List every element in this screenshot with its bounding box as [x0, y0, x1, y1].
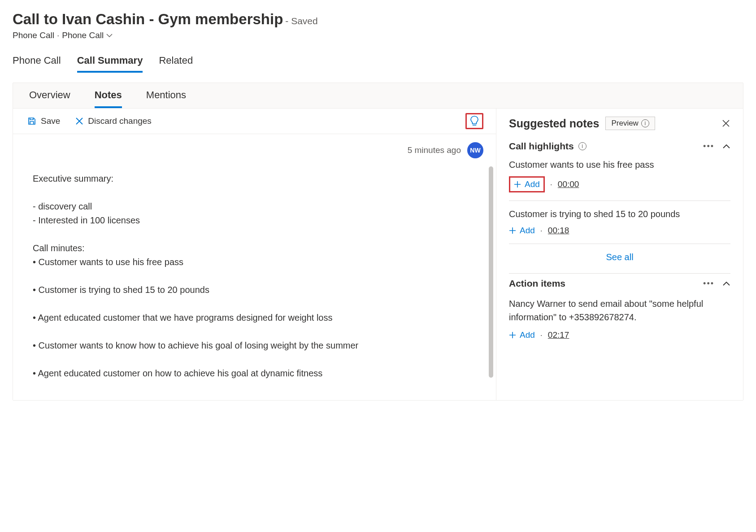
save-icon [27, 117, 36, 126]
record-status: - Saved [285, 16, 317, 26]
tab-call-summary[interactable]: Call Summary [77, 55, 143, 73]
highlight-item: Customer wants to use his free pass Add … [509, 152, 730, 201]
author-avatar[interactable]: NW [467, 142, 483, 158]
notes-meta: 5 minutes ago NW [13, 134, 496, 161]
suggested-title: Suggested notes [509, 117, 599, 130]
close-icon [75, 117, 83, 125]
add-action-button[interactable]: Add [509, 330, 535, 340]
chevron-up-icon [722, 281, 730, 286]
call-highlights-section: Call highlights i ••• Customer wants to … [496, 136, 743, 274]
record-title: Call to Ivan Cashin - Gym membership [13, 11, 283, 27]
suggestions-toggle[interactable] [465, 113, 483, 129]
highlight-timestamp[interactable]: 00:18 [548, 226, 569, 235]
close-panel-button[interactable] [721, 119, 730, 128]
tab-phone-call[interactable]: Phone Call [13, 55, 61, 73]
highlight-text: Customer wants to use his free pass [509, 160, 730, 170]
call-highlights-title: Call highlights [509, 141, 574, 152]
save-label: Save [41, 116, 60, 126]
collapse-button[interactable] [722, 144, 730, 149]
page-header: Call to Ivan Cashin - Gym membership - S… [13, 11, 743, 40]
info-icon: i [641, 119, 649, 127]
discard-label: Discard changes [88, 116, 152, 126]
notes-body[interactable]: Executive summary: - discovery call - In… [26, 161, 489, 391]
notes-timestamp: 5 minutes ago [408, 145, 461, 155]
action-item: Nancy Warner to send email about "some h… [509, 289, 730, 348]
subtab-notes[interactable]: Notes [95, 89, 122, 108]
collapse-button[interactable] [722, 281, 730, 286]
highlight-timestamp[interactable]: 00:00 [558, 179, 579, 189]
plus-icon [509, 227, 516, 234]
summary-subtabs: Overview Notes Mentions [13, 83, 743, 109]
separator: · [550, 180, 552, 189]
preview-label: Preview [611, 119, 638, 128]
see-all-highlights[interactable]: See all [509, 244, 730, 274]
action-item-text: Nancy Warner to send email about "some h… [509, 297, 730, 324]
lightbulb-icon [469, 115, 479, 127]
separator: · [57, 31, 59, 40]
info-icon[interactable]: i [578, 142, 587, 150]
subtab-overview[interactable]: Overview [29, 89, 70, 108]
add-highlight-button[interactable]: Add [509, 176, 545, 192]
add-label: Add [520, 330, 535, 340]
plus-icon [514, 181, 521, 188]
action-items-title: Action items [509, 278, 565, 289]
chevron-down-icon[interactable] [106, 33, 113, 38]
action-items-section: Action items ••• Nancy Warner to send em… [496, 274, 743, 348]
add-highlight-button[interactable]: Add [509, 226, 535, 235]
save-button[interactable]: Save [26, 113, 62, 129]
highlight-item: Customer is trying to shed 15 to 20 poun… [509, 201, 730, 244]
notes-scrollbar[interactable] [489, 166, 493, 378]
notes-toolbar: Save Discard changes [13, 109, 496, 134]
separator: · [540, 331, 543, 340]
subtab-mentions[interactable]: Mentions [146, 89, 186, 108]
breadcrumb: Phone Call · Phone Call [13, 31, 743, 40]
notes-column: Save Discard changes 5 minutes ago NW E [13, 109, 496, 400]
separator: · [540, 226, 543, 235]
plus-icon [509, 331, 516, 339]
tab-related[interactable]: Related [159, 55, 193, 73]
add-label: Add [520, 226, 535, 235]
chevron-up-icon [722, 144, 730, 149]
content-panel: Overview Notes Mentions Save Discard cha… [13, 83, 743, 401]
form-selector[interactable]: Phone Call [62, 31, 104, 40]
entity-name: Phone Call [13, 31, 54, 40]
suggested-panel: Suggested notes Preview i Call highlight… [496, 109, 743, 400]
main-tabs: Phone Call Call Summary Related [13, 55, 743, 73]
preview-badge[interactable]: Preview i [605, 117, 655, 130]
action-timestamp[interactable]: 02:17 [548, 330, 569, 340]
close-icon [721, 119, 730, 128]
add-label: Add [525, 179, 540, 189]
highlight-text: Customer is trying to shed 15 to 20 poun… [509, 209, 730, 219]
discard-button[interactable]: Discard changes [74, 113, 153, 129]
more-options[interactable]: ••• [703, 279, 714, 288]
more-options[interactable]: ••• [703, 142, 714, 151]
